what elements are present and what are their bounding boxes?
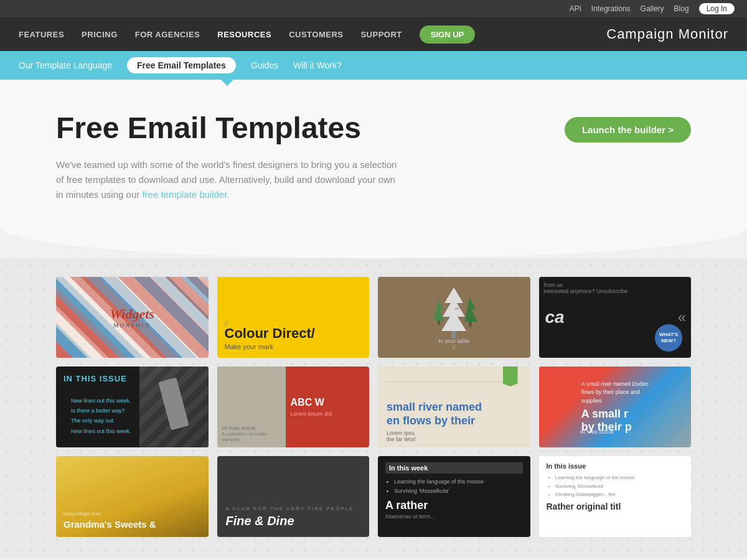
intheissue2-list: Learning the language of the moose Survi…	[547, 474, 684, 499]
list-item: Climbing Galdapiggen - the	[555, 490, 684, 499]
template-card-intheissue2[interactable]: In this issue Learning the language of t…	[539, 456, 692, 537]
launch-builder-button[interactable]: Launch the builder	[565, 117, 691, 142]
svg-marker-2	[465, 297, 477, 322]
inthisissue-text: IN THIS ISSUE New lines out this week. I…	[63, 374, 139, 444]
top-utility-bar: API Integrations Gallery Blog Log In	[0, 0, 747, 17]
intheissue2-title: Rather original titl	[547, 502, 684, 511]
nav-links: FEATURES PRICING FOR AGENCIES RESOURCES …	[19, 26, 475, 44]
list-item: Surviving 'Mosselkuta'	[555, 482, 684, 491]
signup-button[interactable]: SIGN UP	[420, 26, 475, 44]
template-card-abc-grey[interactable]: IN THIS ISSUE A collection of textile sa…	[217, 366, 370, 447]
finedine-subtitle: A CLUB FOR THE VERY FINE PEOPLE	[226, 506, 361, 511]
login-button[interactable]: Log In	[699, 3, 735, 14]
skate-image-area	[139, 366, 208, 447]
svg-rect-5	[438, 320, 440, 325]
dark-card-badge: WHAT'S NEW?	[655, 324, 682, 352]
list-item: Learning the language of the moose	[555, 474, 684, 482]
dark-card-unsub: from us.interested anymore? Unsubscribe	[544, 282, 628, 294]
list-item: The only way out.	[71, 416, 131, 426]
abc-widgets-content: IN THIS ISSUE A small river named Dudenf…	[575, 374, 655, 441]
subnav-template-language[interactable]: Our Template Language	[19, 60, 112, 70]
dark-card-arrows: «	[678, 309, 686, 326]
wave-divider	[0, 227, 747, 258]
template-card-abc-widgets[interactable]: IN THIS ISSUE A small river named Dudenf…	[539, 366, 692, 447]
sub-nav-arrow	[221, 80, 233, 86]
gallery-link[interactable]: Gallery	[641, 4, 664, 13]
grandma-title: Grandma's Sweets &	[63, 519, 201, 530]
rivers-top-line	[387, 378, 522, 382]
templates-row-3: tastycollege.com Grandma's Sweets & A CL…	[56, 456, 691, 537]
svg-marker-4	[434, 300, 444, 320]
template-card-dark[interactable]: from us.interested anymore? Unsubscribe …	[539, 277, 692, 358]
nav-customers[interactable]: CUSTOMERS	[289, 30, 343, 39]
abc-widgets-inthis: IN THIS ISSUE	[580, 429, 614, 435]
grandma-url: tastycollege.com	[63, 511, 201, 516]
templates-row-1: Widgets Monthly // Colour Direct/ Make y…	[56, 277, 691, 358]
intheweek-title: A rather	[385, 499, 523, 512]
abc-lorem: Lorem ipsum dol	[291, 411, 364, 417]
brand-logo: Campaign Monitor	[606, 26, 728, 42]
subnav-free-templates[interactable]: Free Email Templates	[127, 57, 236, 73]
templates-section: Widgets Monthly // Colour Direct/ Make y…	[0, 258, 747, 558]
list-item: Is there a better way?	[71, 406, 131, 416]
colour-title: Colour Direct/	[225, 327, 362, 340]
inthisissue-list: New lines out this week. Is there a bett…	[63, 388, 139, 444]
inthisissue-title: IN THIS ISSUE	[63, 374, 139, 383]
blog-link[interactable]: Blog	[674, 4, 689, 13]
template-card-rivers[interactable]: small river nameden flows by their Lorem…	[378, 366, 530, 447]
intheissue2-header: In this issue	[547, 462, 684, 470]
abc-inthisissue-label: IN THIS ISSUE	[222, 426, 281, 431]
widgets-card-text: Widgets Monthly	[110, 306, 154, 329]
abc-widgets-desc: A small river named Dudenflows by their …	[581, 380, 649, 406]
template-card-fine-dine[interactable]: A CLUB FOR THE VERY FINE PEOPLE Fine & D…	[217, 456, 370, 537]
nav-pricing[interactable]: PRICING	[82, 30, 118, 39]
nav-support[interactable]: SUPPORT	[360, 30, 402, 39]
subnav-guides[interactable]: Guides	[251, 60, 278, 70]
hero-text: Free Email Templates We've teamed up wit…	[56, 111, 405, 202]
abc-main-title: ABC W	[291, 397, 364, 408]
list-item: New lines out this week.	[71, 396, 131, 406]
template-card-grandma[interactable]: tastycollege.com Grandma's Sweets &	[56, 456, 209, 537]
list-item: Learning the language of the moose	[394, 477, 523, 487]
hero-description: We've teamed up with some of the world's…	[56, 157, 405, 202]
finedine-title: Fine & Dine	[226, 514, 361, 528]
nature-slash: //	[429, 344, 479, 350]
abc-grey-left: IN THIS ISSUE A collection of textile sa…	[217, 366, 286, 447]
list-item: Surviving 'Mosselkuta'	[394, 487, 523, 496]
nav-resources[interactable]: RESOURCES	[217, 30, 271, 39]
intheweek-header: In this week	[385, 462, 523, 474]
template-card-colour-direct[interactable]: // Colour Direct/ Make your mark	[217, 277, 370, 358]
nav-agencies[interactable]: FOR AGENCIES	[135, 30, 200, 39]
nature-card-content: to your table //	[429, 284, 479, 350]
api-link[interactable]: API	[570, 4, 581, 13]
tree-illustration	[429, 284, 479, 340]
intheweek-lorem: Maecenas ut term...	[385, 513, 523, 520]
subnav-will-it-work[interactable]: Will it Work?	[293, 60, 342, 70]
colour-subtitle: Make your mark	[225, 343, 362, 350]
template-card-inthisissue[interactable]: IN THIS ISSUE New lines out this week. I…	[56, 366, 209, 447]
rivers-lorem: Lorem Ipsuthe far Worl	[387, 430, 522, 442]
template-card-widgets[interactable]: Widgets Monthly	[56, 277, 209, 358]
widgets-card-subtitle: Monthly	[110, 322, 154, 329]
template-card-intheweek[interactable]: In this week Learning the language of th…	[378, 456, 530, 537]
svg-rect-3	[469, 322, 472, 327]
templates-row-2: IN THIS ISSUE New lines out this week. I…	[56, 366, 691, 447]
intheweek-list: Learning the language of the moose Survi…	[385, 477, 523, 497]
list-item: New lines out this week.	[71, 426, 131, 436]
nav-features[interactable]: FEATURES	[19, 30, 64, 39]
dark-card-text: ca	[545, 307, 565, 327]
abc-red-block: ABC W Lorem ipsum dol	[286, 366, 369, 447]
hero-section: Free Email Templates We've teamed up wit…	[0, 80, 747, 227]
integrations-link[interactable]: Integrations	[591, 4, 631, 13]
rivers-title: small river nameden flows by their	[387, 401, 522, 427]
abc-caption: A collection of textile samples	[222, 431, 281, 442]
rivers-tag	[503, 366, 518, 386]
free-template-builder-link[interactable]: free template builder.	[142, 189, 229, 200]
sub-navigation: Our Template Language Free Email Templat…	[0, 51, 747, 80]
page-title: Free Email Templates	[56, 111, 405, 145]
template-card-nature[interactable]: to your table //	[378, 277, 530, 358]
main-navigation: FEATURES PRICING FOR AGENCIES RESOURCES …	[0, 17, 747, 51]
